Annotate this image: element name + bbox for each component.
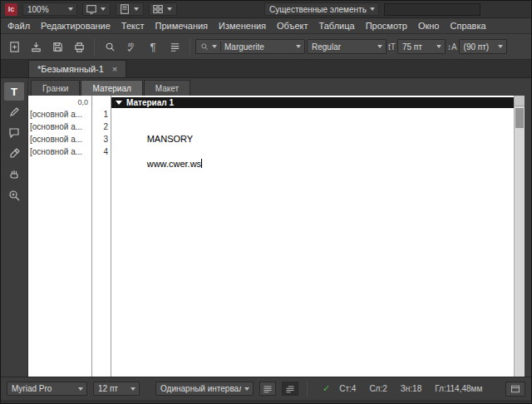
galley-line[interactable] — [111, 108, 514, 121]
scrollbar-button[interactable] — [515, 96, 525, 106]
incopy-window: Ic 100% Существенные элементы — [0, 0, 532, 404]
menu-item-help[interactable]: Справка — [450, 21, 485, 31]
save-button[interactable] — [47, 37, 67, 56]
leading-select[interactable]: (90 пт) — [459, 39, 507, 54]
font-size-value: 75 пт — [402, 42, 433, 52]
chevron-down-icon — [131, 387, 135, 391]
font-family-select[interactable]: Marguerite — [195, 39, 305, 54]
menu-item-edit[interactable]: Редактирование — [41, 21, 111, 31]
paragraph-style-cell: [основной а... — [28, 145, 91, 158]
menu-item-changes[interactable]: Изменения — [219, 21, 266, 31]
paragraph-style-cell: [основной а... — [28, 108, 91, 121]
zoom-level-value: 100% — [27, 5, 65, 14]
tab-galley[interactable]: Гранки — [31, 80, 80, 96]
tab-layout[interactable]: Макет — [144, 80, 190, 96]
chevron-down-icon — [370, 7, 375, 11]
document-tab[interactable]: *Безымянный-1 × — [28, 60, 126, 77]
menu-item-view[interactable]: Просмотр — [366, 21, 407, 31]
hand-tool[interactable] — [4, 165, 24, 184]
eyedropper-icon — [7, 147, 21, 160]
zoom-level-select[interactable]: 100% — [22, 2, 77, 16]
galley-font-select[interactable]: Myriad Pro — [7, 382, 87, 396]
text-frame-button[interactable] — [505, 382, 525, 397]
arrange-documents-select[interactable] — [149, 2, 177, 16]
line-number-cell: 2 — [92, 121, 111, 133]
menu-item-object[interactable]: Объект — [277, 21, 308, 31]
leading-value: (90 пт) — [464, 42, 495, 52]
leading-icon: ↕A — [447, 42, 457, 52]
collapse-triangle-icon[interactable] — [116, 101, 122, 105]
chevron-down-icon — [498, 45, 503, 48]
galley-line[interactable]: MANSORY — [111, 121, 514, 133]
galley-line[interactable] — [111, 133, 514, 145]
place-arrow-icon — [30, 41, 42, 53]
eyedropper-tool[interactable] — [4, 145, 24, 163]
document-title: *Безымянный-1 — [37, 64, 104, 74]
paragraph-style-cell: [основной а... — [28, 133, 91, 145]
pencil-tool[interactable] — [4, 103, 24, 121]
menu-item-table[interactable]: Таблица — [319, 21, 355, 31]
galley-size-select[interactable]: 12 пт — [93, 382, 140, 396]
pencil-icon — [7, 106, 21, 119]
vertical-scrollbar[interactable] — [514, 96, 525, 377]
line-spacing-select[interactable]: Одинарный интервал — [155, 382, 254, 396]
chevron-down-icon — [68, 7, 73, 11]
menu-item-file[interactable]: Файл — [7, 21, 30, 31]
text-lines-button[interactable] — [165, 37, 185, 56]
save-icon — [52, 41, 64, 53]
type-tool[interactable]: T — [4, 82, 24, 101]
scrollbar-thumb[interactable] — [515, 108, 524, 128]
story-header[interactable]: Материал 1 — [111, 97, 514, 108]
close-icon[interactable]: × — [112, 65, 117, 74]
screen-mode-select[interactable] — [116, 2, 144, 16]
incopy-logo-icon: Ic — [5, 3, 17, 16]
menu-item-type[interactable]: Текст — [121, 21, 145, 31]
note-tool[interactable] — [4, 124, 24, 142]
place-button[interactable] — [26, 37, 46, 56]
copy-status-icon: ✓ — [323, 383, 330, 394]
font-size-select[interactable]: 75 пт — [397, 39, 446, 54]
editor-pane: Гранки Материал Макет 0,0 [основной а...… — [28, 78, 531, 377]
monitor-icon — [86, 3, 97, 15]
galley-content[interactable]: Материал 1 MANSORY www.cwer.ws — [111, 96, 514, 377]
toolbar-separator — [190, 38, 190, 55]
combo-divider — [220, 42, 221, 52]
zoom-tool[interactable] — [4, 186, 24, 204]
chevron-down-icon — [134, 7, 139, 11]
menu-item-notes[interactable]: Примечания — [155, 21, 209, 31]
spell-check-icon: ab — [126, 41, 138, 53]
new-document-icon — [8, 41, 21, 53]
workspace-switcher[interactable]: Существенные элементы — [264, 2, 379, 16]
find-change-button[interactable] — [100, 37, 120, 56]
galley-line[interactable]: www.cwer.ws — [111, 145, 514, 158]
text-statistics: Ст:4 Сл:2 Зн:18 Гл:114,48мм — [339, 384, 482, 393]
galley-view-toggle[interactable] — [259, 382, 276, 396]
page-icon — [119, 3, 131, 15]
type-tool-icon: T — [11, 86, 17, 98]
galley-font-value: Myriad Pro — [12, 384, 75, 393]
stat-word: Сл:2 — [369, 384, 387, 393]
font-style-select[interactable]: Regular — [307, 39, 387, 54]
paragraph-view-toggle[interactable] — [282, 382, 298, 396]
story-editor[interactable]: 0,0 [основной а... [основной а... [основ… — [28, 96, 531, 377]
print-button[interactable] — [69, 37, 89, 56]
font-style-value: Regular — [312, 42, 374, 52]
hidden-characters-button[interactable]: ¶ — [143, 37, 163, 56]
chevron-down-icon — [212, 45, 217, 48]
new-document-button[interactable] — [4, 37, 24, 56]
window-bottom-edge — [1, 400, 531, 403]
chevron-down-icon — [78, 387, 83, 391]
search-input[interactable] — [384, 3, 480, 16]
menu-item-window[interactable]: Окно — [418, 21, 440, 31]
tab-story[interactable]: Материал — [81, 80, 142, 96]
lines-indent-icon — [285, 384, 295, 394]
paragraph-style-column: 0,0 [основной а... [основной а... [основ… — [28, 96, 92, 377]
tab-story-label: Материал — [92, 84, 131, 93]
galley-size-value: 12 пт — [98, 384, 127, 393]
menu-bar: Файл Редактирование Текст Примечания Изм… — [1, 18, 531, 34]
spell-check-button[interactable]: ab — [121, 37, 141, 56]
chevron-down-icon — [167, 7, 172, 11]
view-options-select[interactable] — [82, 2, 111, 16]
chevron-down-icon — [436, 45, 441, 48]
font-search-icon — [200, 42, 209, 51]
